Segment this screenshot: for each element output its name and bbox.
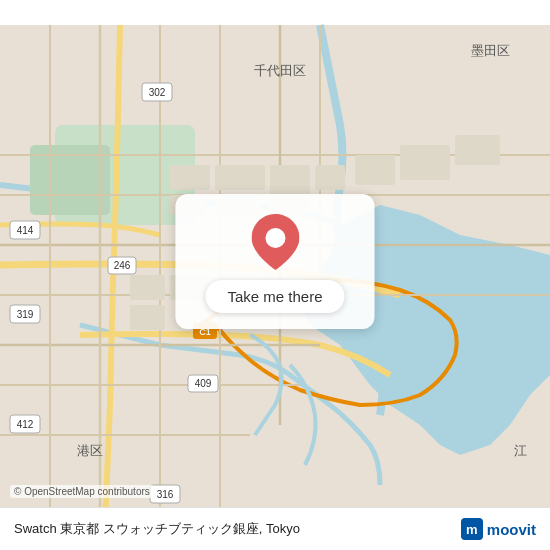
location-info: Swatch 東京都 スウォッチブティック銀座, Tokyo <box>14 520 300 538</box>
overlay-card: Take me there <box>175 194 374 329</box>
svg-text:319: 319 <box>17 309 34 320</box>
svg-text:412: 412 <box>17 419 34 430</box>
svg-rect-37 <box>170 165 210 190</box>
svg-rect-43 <box>355 155 395 185</box>
svg-rect-45 <box>455 135 500 165</box>
svg-text:409: 409 <box>195 378 212 389</box>
svg-point-49 <box>265 228 285 248</box>
svg-text:316: 316 <box>157 489 174 500</box>
svg-rect-46 <box>130 275 165 300</box>
svg-text:墨田区: 墨田区 <box>471 43 510 58</box>
svg-text:246: 246 <box>114 260 131 271</box>
moovit-m-badge: m <box>461 518 483 540</box>
svg-text:港区: 港区 <box>77 443 103 458</box>
moovit-logo: m moovit <box>461 518 536 540</box>
svg-text:302: 302 <box>149 87 166 98</box>
map-attribution: © OpenStreetMap contributors <box>10 485 154 498</box>
bottom-bar: Swatch 東京都 スウォッチブティック銀座, Tokyo m moovit <box>0 507 550 550</box>
svg-text:千代田区: 千代田区 <box>254 63 306 78</box>
svg-text:江: 江 <box>514 443 527 458</box>
moovit-text: moovit <box>487 521 536 538</box>
map-container: 302 414 246 319 412 C1 409 316 千代田区 墨田区 … <box>0 0 550 550</box>
location-name: Swatch 東京都 スウォッチブティック銀座, Tokyo <box>14 520 300 538</box>
location-pin-icon <box>251 214 299 270</box>
take-me-there-button[interactable]: Take me there <box>205 280 344 313</box>
svg-rect-48 <box>130 305 165 330</box>
svg-text:414: 414 <box>17 225 34 236</box>
svg-rect-38 <box>215 165 265 190</box>
svg-rect-42 <box>315 165 345 190</box>
svg-rect-44 <box>400 145 450 180</box>
